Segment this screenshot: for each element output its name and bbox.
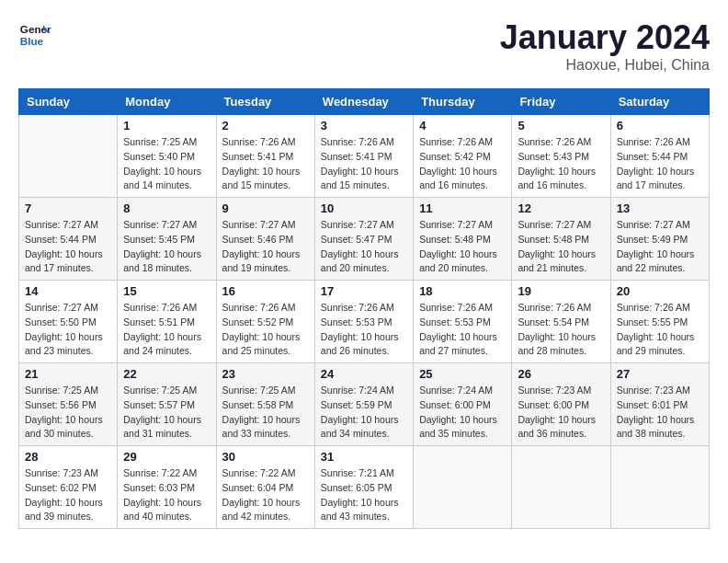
day-number: 29	[123, 450, 210, 464]
day-info: Sunrise: 7:26 AMSunset: 5:54 PMDaylight:…	[518, 301, 604, 359]
day-number: 2	[222, 119, 309, 132]
cell-w4-d3: 24Sunrise: 7:24 AMSunset: 5:59 PMDayligh…	[314, 363, 413, 446]
day-info: Sunrise: 7:23 AMSunset: 6:02 PMDaylight:…	[25, 466, 111, 524]
cell-w5-d5	[512, 446, 610, 529]
cell-w1-d0	[19, 115, 118, 198]
day-info: Sunrise: 7:25 AMSunset: 5:56 PMDaylight:…	[25, 384, 111, 442]
day-info: Sunrise: 7:27 AMSunset: 5:50 PMDaylight:…	[25, 301, 111, 359]
cell-w4-d1: 22Sunrise: 7:25 AMSunset: 5:57 PMDayligh…	[118, 363, 216, 446]
day-number: 4	[419, 119, 506, 132]
cell-w4-d0: 21Sunrise: 7:25 AMSunset: 5:56 PMDayligh…	[19, 363, 118, 446]
day-number: 27	[617, 367, 703, 381]
calendar-subtitle: Haoxue, Hubei, China	[500, 57, 710, 74]
cell-w2-d5: 12Sunrise: 7:27 AMSunset: 5:48 PMDayligh…	[512, 198, 610, 281]
cell-w2-d3: 10Sunrise: 7:27 AMSunset: 5:47 PMDayligh…	[314, 198, 413, 281]
svg-text:General: General	[20, 23, 51, 35]
day-number: 7	[25, 201, 111, 215]
day-number: 13	[617, 201, 703, 215]
day-info: Sunrise: 7:27 AMSunset: 5:46 PMDaylight:…	[222, 218, 309, 276]
cell-w2-d2: 9Sunrise: 7:27 AMSunset: 5:46 PMDaylight…	[216, 198, 314, 281]
day-info: Sunrise: 7:26 AMSunset: 5:52 PMDaylight:…	[222, 301, 309, 359]
cell-w3-d1: 15Sunrise: 7:26 AMSunset: 5:51 PMDayligh…	[118, 281, 216, 363]
cell-w3-d3: 17Sunrise: 7:26 AMSunset: 5:53 PMDayligh…	[314, 281, 413, 363]
day-number: 30	[222, 450, 309, 464]
cell-w1-d1: 1Sunrise: 7:25 AMSunset: 5:40 PMDaylight…	[118, 115, 216, 198]
day-info: Sunrise: 7:25 AMSunset: 5:57 PMDaylight:…	[123, 384, 210, 442]
header-friday: Friday	[512, 89, 610, 115]
cell-w1-d6: 6Sunrise: 7:26 AMSunset: 5:44 PMDaylight…	[610, 115, 709, 198]
cell-w5-d0: 28Sunrise: 7:23 AMSunset: 6:02 PMDayligh…	[19, 446, 118, 529]
cell-w3-d5: 19Sunrise: 7:26 AMSunset: 5:54 PMDayligh…	[512, 281, 610, 363]
cell-w2-d6: 13Sunrise: 7:27 AMSunset: 5:49 PMDayligh…	[610, 198, 709, 281]
cell-w2-d4: 11Sunrise: 7:27 AMSunset: 5:48 PMDayligh…	[414, 198, 512, 281]
week-row-2: 7Sunrise: 7:27 AMSunset: 5:44 PMDaylight…	[19, 198, 710, 281]
day-number: 18	[419, 284, 506, 298]
header-thursday: Thursday	[414, 89, 512, 115]
cell-w3-d0: 14Sunrise: 7:27 AMSunset: 5:50 PMDayligh…	[19, 281, 118, 363]
svg-text:Blue: Blue	[20, 35, 44, 47]
header-sunday: Sunday	[19, 89, 118, 115]
header-monday: Monday	[118, 89, 216, 115]
calendar-title: January 2024	[500, 18, 710, 57]
day-info: Sunrise: 7:22 AMSunset: 6:04 PMDaylight:…	[222, 466, 309, 524]
day-number: 9	[222, 201, 309, 215]
day-info: Sunrise: 7:24 AMSunset: 6:00 PMDaylight:…	[419, 384, 506, 442]
week-row-1: 1Sunrise: 7:25 AMSunset: 5:40 PMDaylight…	[19, 115, 710, 198]
logo: General Blue	[18, 18, 51, 52]
day-number: 31	[321, 450, 407, 464]
header-tuesday: Tuesday	[216, 89, 314, 115]
day-info: Sunrise: 7:26 AMSunset: 5:44 PMDaylight:…	[617, 135, 703, 193]
day-info: Sunrise: 7:27 AMSunset: 5:45 PMDaylight:…	[123, 218, 210, 276]
cell-w1-d5: 5Sunrise: 7:26 AMSunset: 5:43 PMDaylight…	[512, 115, 610, 198]
day-number: 10	[321, 201, 407, 215]
day-info: Sunrise: 7:25 AMSunset: 5:40 PMDaylight:…	[123, 135, 210, 193]
day-info: Sunrise: 7:21 AMSunset: 6:05 PMDaylight:…	[321, 466, 407, 524]
day-info: Sunrise: 7:24 AMSunset: 5:59 PMDaylight:…	[321, 384, 407, 442]
day-info: Sunrise: 7:26 AMSunset: 5:43 PMDaylight:…	[518, 135, 604, 193]
cell-w4-d5: 26Sunrise: 7:23 AMSunset: 6:00 PMDayligh…	[512, 363, 610, 446]
day-number: 20	[617, 284, 703, 298]
day-info: Sunrise: 7:22 AMSunset: 6:03 PMDaylight:…	[123, 466, 210, 524]
day-info: Sunrise: 7:23 AMSunset: 6:00 PMDaylight:…	[518, 384, 604, 442]
calendar-body: 1Sunrise: 7:25 AMSunset: 5:40 PMDaylight…	[19, 115, 710, 529]
header-row: Sunday Monday Tuesday Wednesday Thursday…	[19, 89, 710, 115]
cell-w1-d3: 3Sunrise: 7:26 AMSunset: 5:41 PMDaylight…	[314, 115, 413, 198]
day-info: Sunrise: 7:26 AMSunset: 5:55 PMDaylight:…	[617, 301, 703, 359]
cell-w3-d6: 20Sunrise: 7:26 AMSunset: 5:55 PMDayligh…	[610, 281, 709, 363]
day-number: 3	[321, 119, 407, 132]
cell-w5-d1: 29Sunrise: 7:22 AMSunset: 6:03 PMDayligh…	[118, 446, 216, 529]
day-info: Sunrise: 7:26 AMSunset: 5:53 PMDaylight:…	[419, 301, 506, 359]
day-number: 19	[518, 284, 604, 298]
day-number: 28	[25, 450, 111, 464]
day-number: 11	[419, 201, 506, 215]
calendar-table: Sunday Monday Tuesday Wednesday Thursday…	[18, 88, 710, 529]
cell-w2-d1: 8Sunrise: 7:27 AMSunset: 5:45 PMDaylight…	[118, 198, 216, 281]
day-info: Sunrise: 7:26 AMSunset: 5:41 PMDaylight:…	[321, 135, 407, 193]
week-row-3: 14Sunrise: 7:27 AMSunset: 5:50 PMDayligh…	[19, 281, 710, 363]
cell-w2-d0: 7Sunrise: 7:27 AMSunset: 5:44 PMDaylight…	[19, 198, 118, 281]
cell-w3-d2: 16Sunrise: 7:26 AMSunset: 5:52 PMDayligh…	[216, 281, 314, 363]
calendar-header: Sunday Monday Tuesday Wednesday Thursday…	[19, 89, 710, 115]
day-info: Sunrise: 7:25 AMSunset: 5:58 PMDaylight:…	[222, 384, 309, 442]
cell-w4-d6: 27Sunrise: 7:23 AMSunset: 6:01 PMDayligh…	[610, 363, 709, 446]
day-info: Sunrise: 7:27 AMSunset: 5:48 PMDaylight:…	[419, 218, 506, 276]
cell-w1-d4: 4Sunrise: 7:26 AMSunset: 5:42 PMDaylight…	[414, 115, 512, 198]
day-number: 1	[123, 119, 210, 132]
day-number: 8	[123, 201, 210, 215]
header-wednesday: Wednesday	[314, 89, 413, 115]
cell-w1-d2: 2Sunrise: 7:26 AMSunset: 5:41 PMDaylight…	[216, 115, 314, 198]
day-info: Sunrise: 7:27 AMSunset: 5:49 PMDaylight:…	[617, 218, 703, 276]
day-info: Sunrise: 7:26 AMSunset: 5:41 PMDaylight:…	[222, 135, 309, 193]
week-row-4: 21Sunrise: 7:25 AMSunset: 5:56 PMDayligh…	[19, 363, 710, 446]
day-info: Sunrise: 7:26 AMSunset: 5:53 PMDaylight:…	[321, 301, 407, 359]
cell-w3-d4: 18Sunrise: 7:26 AMSunset: 5:53 PMDayligh…	[414, 281, 512, 363]
day-number: 24	[321, 367, 407, 381]
day-number: 16	[222, 284, 309, 298]
day-number: 5	[518, 119, 604, 132]
day-number: 6	[617, 119, 703, 132]
header-saturday: Saturday	[610, 89, 709, 115]
cell-w5-d3: 31Sunrise: 7:21 AMSunset: 6:05 PMDayligh…	[314, 446, 413, 529]
cell-w4-d2: 23Sunrise: 7:25 AMSunset: 5:58 PMDayligh…	[216, 363, 314, 446]
cell-w5-d4	[414, 446, 512, 529]
day-info: Sunrise: 7:26 AMSunset: 5:51 PMDaylight:…	[123, 301, 210, 359]
